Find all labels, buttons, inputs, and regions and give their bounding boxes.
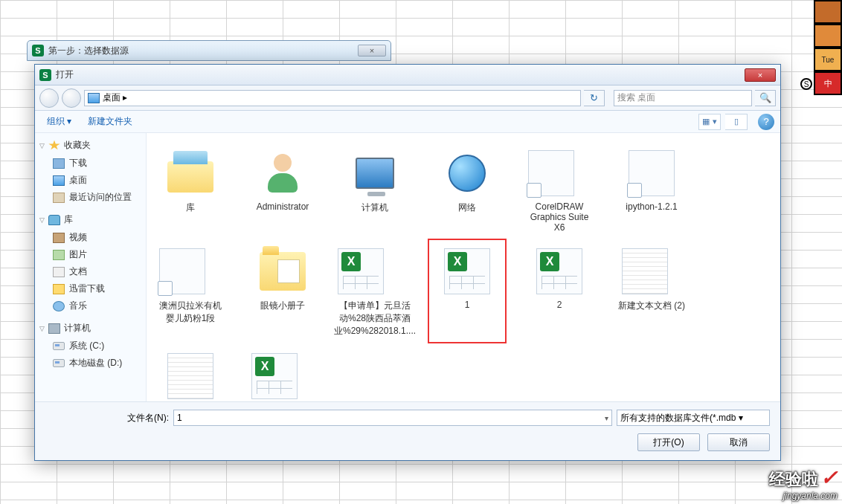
nav-tree: ▽ 收藏夹 下载 桌面 最近访问的位置 ▽ 库 视频 图片 文档 迅雷下载 音乐 [35,133,147,401]
filename-input[interactable]: 1 ▾ [173,410,612,426]
computer-header[interactable]: ▽ 计算机 [39,322,141,335]
file-label: 2 [533,300,586,310]
favorites-header[interactable]: ▽ 收藏夹 [39,139,141,152]
excel-icon: X [248,349,301,401]
file-label: ipython-1.2.1 [625,201,678,212]
excel-icon: X [440,245,494,298]
nav-bar: 桌面 ▸ ↻ 搜索 桌面 🔍 [35,85,780,111]
file-item[interactable]: 眼镜小册子 [243,239,322,343]
sidebar-item-desktop[interactable]: 桌面 [39,172,141,189]
file-label: 1 [440,300,494,310]
file-label: 【申请单】元旦活动%28陕西品萃酒业%29%282018.1.... [334,300,416,337]
desktop-icon [53,175,65,186]
file-item[interactable]: ipython-1.2.1 [612,140,691,239]
open-title-text: 打开 [56,68,74,81]
filename-label: 文件名(N): [127,412,169,424]
cancel-button[interactable]: 取消 [707,433,770,451]
libraries-group: ▽ 库 视频 图片 文档 迅雷下载 音乐 [39,213,141,314]
sidebar-item-drive-c[interactable]: 系统 (C:) [39,337,141,355]
recent-icon [53,193,65,203]
folderdocs-icon [256,245,309,298]
view-mode-button[interactable]: ▦ ▾ [698,114,721,130]
file-item[interactable]: Administrator [243,140,322,239]
chevron-down-icon: ▾ [605,414,608,422]
preview-pane-button[interactable]: ▯ [725,114,748,130]
file-label: 眼镜小册子 [256,300,309,312]
breadcrumb[interactable]: 桌面 ▸ [84,90,581,106]
search-button[interactable]: 🔍 [755,90,776,106]
nav-forward-button[interactable] [62,88,81,108]
file-label: Administrator [256,201,309,212]
computer-icon [48,323,60,334]
libraries-label: 库 [64,213,73,226]
file-item[interactable]: 新建文本文档 [151,343,230,401]
computer-group: ▽ 计算机 系统 (C:) 本地磁盘 (D:) [39,322,141,372]
file-item[interactable]: CorelDRAW Graphics Suite X6 [520,140,599,239]
file-item[interactable]: 网络 [428,140,507,239]
document-icon [53,267,65,277]
file-item[interactable]: 库 [151,140,230,239]
file-item[interactable]: X1 [428,239,507,343]
desktop-icon [88,93,100,103]
dialog-footer: 文件名(N): 1 ▾ 所有支持的数据库文件(*.mdb ▾ 打开(O) 取消 [35,401,780,460]
search-input[interactable]: 搜索 桌面 [614,90,752,106]
shortcut-icon [524,146,578,200]
refresh-button[interactable]: ↻ [584,90,605,106]
new-folder-button[interactable]: 新建文件夹 [82,113,138,130]
favorites-group: ▽ 收藏夹 下载 桌面 最近访问的位置 [39,139,141,206]
shortcut-icon [625,146,678,200]
chevron-down-icon: ▽ [39,142,45,149]
drive-icon [53,342,65,350]
user-icon [256,146,309,200]
file-label: 网络 [440,201,494,214]
sidebar-widgets: Tue 中 S [814,0,842,95]
shortcut-icon [155,245,209,298]
excel-icon: X [533,245,586,298]
open-file-dialog: S 打开 × 桌面 ▸ ↻ 搜索 桌面 🔍 组织 ▾ 新建文件夹 ▦ ▾ ▯ ?… [34,64,781,461]
lib-icon [164,146,217,200]
music-icon [53,301,65,311]
open-button[interactable]: 打开(O) [637,433,700,451]
chevron-down-icon: ▽ [39,216,45,224]
sidebar-item-documents[interactable]: 文档 [39,263,141,280]
file-type-select[interactable]: 所有支持的数据库文件(*.mdb ▾ [617,410,770,426]
toolbar: 组织 ▾ 新建文件夹 ▦ ▾ ▯ ? [35,111,780,133]
wizard-close-button[interactable]: × [358,45,386,56]
video-icon [53,233,65,243]
thunder-icon [53,284,65,294]
file-item[interactable]: 计算机 [335,140,414,239]
file-item[interactable]: X2 [520,239,599,343]
sidebar-item-music[interactable]: 音乐 [39,297,141,314]
file-label: 澳洲贝拉米有机婴儿奶粉1段 [155,300,225,325]
net-icon [440,146,494,200]
computer-label: 计算机 [64,322,91,335]
close-button[interactable]: × [745,68,776,82]
sidebar-item-downloads[interactable]: 下载 [39,155,141,172]
file-label: 计算机 [348,201,402,214]
file-item[interactable]: X喆购商品资料表2017-12-27 [243,343,322,401]
nav-back-button[interactable] [39,88,59,108]
sidebar-item-drive-d[interactable]: 本地磁盘 (D:) [39,355,141,372]
wizard-titlebar: S 第一步：选择数据源 × [27,40,391,61]
widget-2 [814,24,842,48]
drive-icon [53,359,65,367]
organize-button[interactable]: 组织 ▾ [41,113,77,130]
help-button[interactable]: ? [758,114,774,130]
sidebar-item-recent[interactable]: 最近访问的位置 [39,189,141,206]
file-item[interactable]: 澳洲贝拉米有机婴儿奶粉1段 [151,239,230,343]
file-label: CorelDRAW Graphics Suite X6 [524,201,594,233]
txt-icon [618,245,672,298]
star-icon [48,140,60,151]
breadcrumb-text: 桌面 ▸ [103,91,127,104]
sidebar-item-pictures[interactable]: 图片 [39,246,141,263]
sidebar-item-videos[interactable]: 视频 [39,229,141,246]
excel-icon: X [334,245,388,298]
libraries-header[interactable]: ▽ 库 [39,213,141,226]
open-titlebar: S 打开 × [35,65,780,85]
sidebar-item-thunder[interactable]: 迅雷下载 [39,280,141,297]
widget-ime[interactable]: 中 S [814,71,842,95]
file-item[interactable]: 新建文本文档 (2) [612,239,691,343]
app-s-icon: S [39,69,51,81]
favorites-label: 收藏夹 [64,139,91,152]
file-item[interactable]: X【申请单】元旦活动%28陕西品萃酒业%29%282018.1.... [335,239,414,343]
